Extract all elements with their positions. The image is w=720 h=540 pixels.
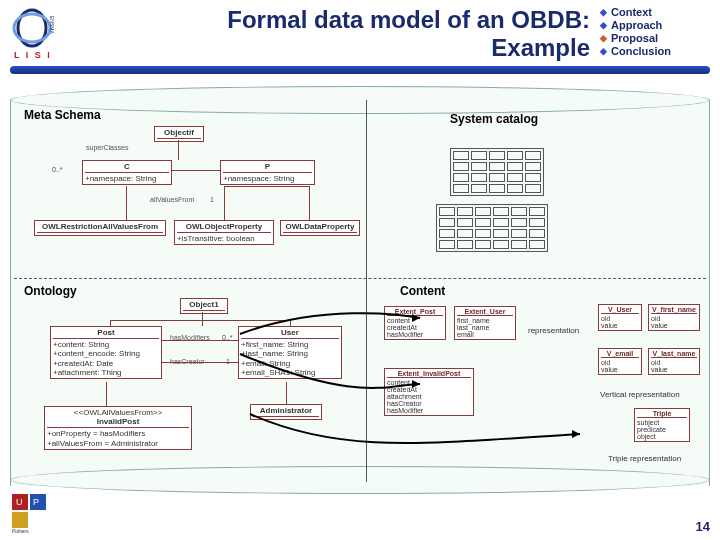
svg-text:L I S I: L I S I [14, 50, 52, 60]
nav-proposal: ◆Proposal [600, 32, 710, 44]
universite-poitiers-logo: U P Poitiers [10, 492, 52, 534]
mult-0star: 0..* [52, 166, 63, 173]
class-p: P +namespace: String [220, 160, 315, 185]
v-lastname: V_last_name oid value [648, 348, 700, 375]
label-meta-schema: Meta Schema [24, 108, 101, 122]
v-user: V_User oid value [598, 304, 642, 331]
svg-marker-5 [412, 380, 420, 388]
mapping-arrows-icon [220, 294, 600, 474]
mult-1: 1 [210, 196, 214, 203]
title-line-2: Example [74, 34, 590, 62]
class-invalidpost: <<OWLAllValuesFrom>> InvalidPost +onProp… [44, 406, 192, 450]
svg-text:ENSMA: ENSMA [49, 16, 55, 34]
class-objectif: Objectif [154, 126, 204, 142]
class-post: Post +content: String +content_encode: S… [50, 326, 162, 379]
bullet-icon: ◆ [600, 7, 607, 17]
label-superclasses: superClasses [86, 144, 128, 151]
svg-text:P: P [33, 497, 39, 507]
v-firstname: V_first_name oid value [648, 304, 700, 331]
outline-nav: ◆Context ◆Approach ◆Proposal ◆Conclusion [600, 6, 710, 58]
meta-schema-pane: Objectif superClasses C +namespace: Stri… [34, 126, 354, 274]
system-catalog-pane [390, 130, 690, 274]
ensma-lisi-logo: ENSMA L I S I [10, 6, 66, 62]
content-pane: Extent_Post content createdAt hasModifie… [380, 298, 700, 478]
page-number: 14 [696, 519, 710, 534]
database-cylinder: Meta Schema System catalog Ontology Cont… [10, 86, 710, 494]
title-line-1: Formal data model of an OBDB: [74, 6, 590, 34]
label-vertical-rep: Vertical representation [600, 390, 680, 399]
label-ontology: Ontology [24, 284, 77, 298]
svg-text:U: U [16, 497, 23, 507]
bullet-icon: ◆ [600, 33, 607, 43]
v-email: V_email oid value [598, 348, 642, 375]
class-owl-dataprop: OWLDataProperty [280, 220, 360, 236]
class-owl-restriction: OWLRestrictionAllValuesFrom [34, 220, 166, 236]
label-system-catalog: System catalog [450, 112, 538, 126]
triple: Triple subject predicate object [634, 408, 690, 442]
label-allvaluesfrom: allValuesFrom [150, 196, 194, 203]
svg-rect-9 [12, 512, 28, 528]
nav-context: ◆Context [600, 6, 710, 18]
horizontal-divider [14, 278, 706, 279]
header-divider [10, 66, 710, 74]
bullet-icon: ◆ [600, 46, 607, 56]
nav-approach: ◆Approach [600, 19, 710, 31]
class-owl-objprop: OWLObjectProperty +isTransitive: boolean [174, 220, 274, 245]
nav-conclusion: ◆Conclusion [600, 45, 710, 57]
slide-title: Formal data model of an OBDB: Example [74, 6, 600, 61]
label-triple-rep: Triple representation [608, 454, 681, 463]
bullet-icon: ◆ [600, 20, 607, 30]
svg-marker-4 [412, 314, 420, 322]
svg-text:Poitiers: Poitiers [12, 528, 29, 534]
class-c: C +namespace: String [82, 160, 172, 185]
svg-marker-6 [572, 430, 580, 438]
